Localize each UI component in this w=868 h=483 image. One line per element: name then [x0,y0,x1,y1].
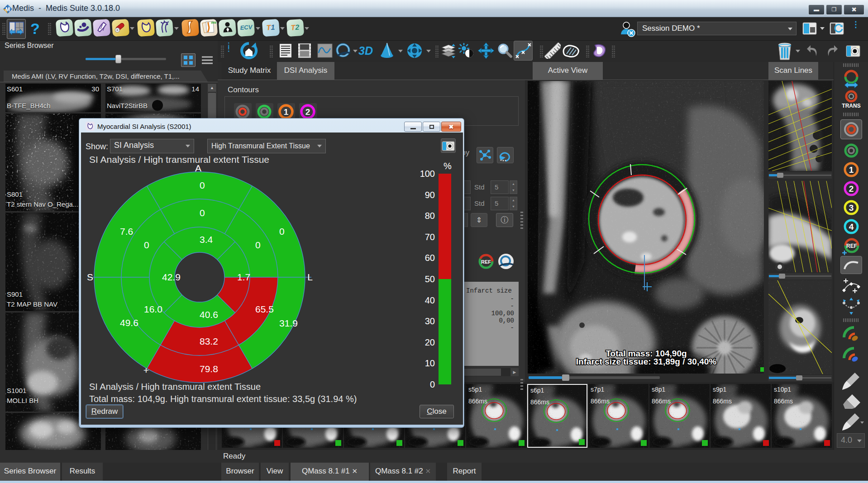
svg-text:65.5: 65.5 [255,304,274,314]
svg-text:0: 0 [144,240,149,250]
svg-text:1.7: 1.7 [237,272,250,282]
svg-text:90: 90 [425,190,435,200]
svg-text:3: 3 [849,203,854,213]
svg-text:ECV: ECV [240,24,253,31]
svg-text:2: 2 [305,107,310,117]
svg-text:60: 60 [425,253,435,263]
svg-text:TRANS: TRANS [842,103,860,109]
svg-text:100: 100 [420,169,435,179]
svg-text:80: 80 [425,211,435,221]
svg-text:31.9: 31.9 [279,318,298,328]
svg-text:70: 70 [425,232,435,242]
svg-text:2: 2 [849,184,854,194]
svg-text:+: + [143,365,149,375]
svg-text:49.6: 49.6 [120,317,138,328]
svg-text:A: A [195,163,201,173]
svg-text:0: 0 [430,379,435,389]
svg-text:40.6: 40.6 [200,309,218,320]
svg-text:1: 1 [284,107,289,117]
svg-text:3.4: 3.4 [200,234,213,245]
svg-text:0: 0 [200,208,205,218]
svg-text:ms: ms [210,20,216,25]
svg-text:0: 0 [200,180,205,190]
svg-text:%: % [444,161,452,171]
svg-text:7.6: 7.6 [120,226,133,237]
svg-text:0: 0 [279,226,285,237]
svg-text:50: 50 [425,274,435,284]
svg-text:42.9: 42.9 [162,272,181,282]
svg-text:REF: REF [481,259,491,265]
svg-text:S: S [87,272,93,282]
svg-text:20: 20 [425,337,435,347]
svg-text:16.0: 16.0 [144,304,162,314]
svg-text:T1: T1 [266,23,275,31]
svg-text:L: L [307,272,313,282]
svg-text:M: M [5,6,10,13]
svg-text:10: 10 [425,358,435,368]
svg-text:REF: REF [846,243,857,249]
svg-text:T2: T2 [291,23,300,31]
svg-text:4: 4 [849,222,854,232]
svg-text:79.8: 79.8 [200,364,218,374]
svg-text:83.2: 83.2 [200,336,218,346]
svg-text:1: 1 [849,165,854,175]
svg-text:0: 0 [255,240,261,250]
svg-text:Infarct size tissue: 31,89g /: Infarct size tissue: 31,89g / 30,40% [576,357,717,366]
svg-text:30: 30 [425,316,435,326]
svg-text:40: 40 [425,295,435,305]
